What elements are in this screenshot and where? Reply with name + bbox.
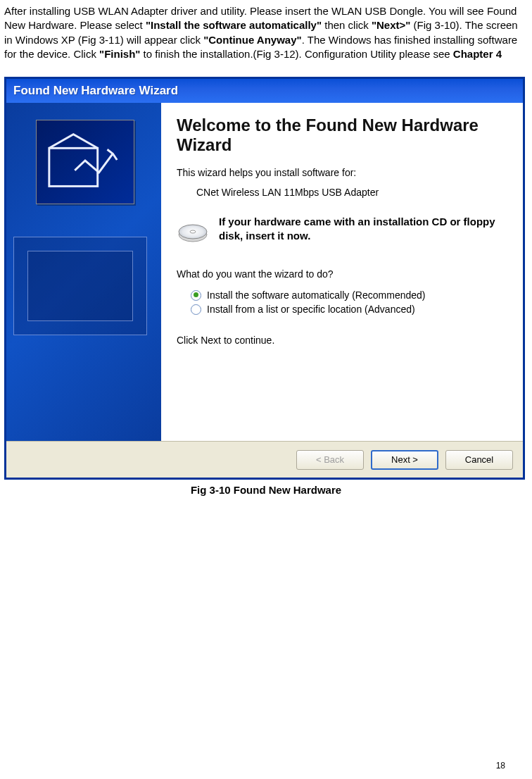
instruction-paragraph: After installing USB WLAN Adapter driver… <box>0 0 532 61</box>
radio-list[interactable]: Install from a list or specific location… <box>191 304 503 315</box>
radio-icon <box>191 304 201 315</box>
radio-icon <box>191 290 201 301</box>
side-panel <box>6 103 161 441</box>
content-panel: Welcome to the Found New Hardware Wizard… <box>161 103 523 441</box>
click-next-text: Click Next to continue. <box>177 335 503 346</box>
cd-note-text: If your hardware came with an installati… <box>219 215 503 242</box>
button-bar: < Back Next > Cancel <box>6 441 523 478</box>
window-title: Found New Hardware Wizard <box>13 84 178 98</box>
svg-rect-0 <box>49 148 98 186</box>
radio-list-label: Install from a list or specific location… <box>207 304 415 315</box>
titlebar[interactable]: Found New Hardware Wizard <box>6 79 523 103</box>
figure-caption: Fig 3-10 Found New Hardware <box>0 484 532 496</box>
radio-auto[interactable]: Install the software automatically (Reco… <box>191 289 503 301</box>
wizard-icon <box>36 120 134 204</box>
radio-auto-label: Install the software automatically (Reco… <box>207 289 425 301</box>
cd-icon <box>177 215 209 247</box>
wizard-dialog: Found New Hardware Wizard Welcome to the… <box>4 77 525 480</box>
wizard-heading: Welcome to the Found New Hardware Wizard <box>177 116 503 154</box>
device-name: CNet Wireless LAN 11Mbps USB Adapter <box>196 187 503 198</box>
cancel-button[interactable]: Cancel <box>445 450 513 470</box>
wizard-helps-text: This wizard helps you install software f… <box>177 167 503 178</box>
next-button[interactable]: Next > <box>371 450 438 470</box>
svg-point-3 <box>190 230 196 233</box>
wizard-question: What do you want the wizard to do? <box>177 268 503 280</box>
back-button: < Back <box>296 450 364 470</box>
wizard-body: Welcome to the Found New Hardware Wizard… <box>6 103 523 441</box>
cd-note: If your hardware came with an installati… <box>177 215 503 247</box>
decorative-box <box>27 251 133 321</box>
page-number: 18 <box>496 761 505 771</box>
